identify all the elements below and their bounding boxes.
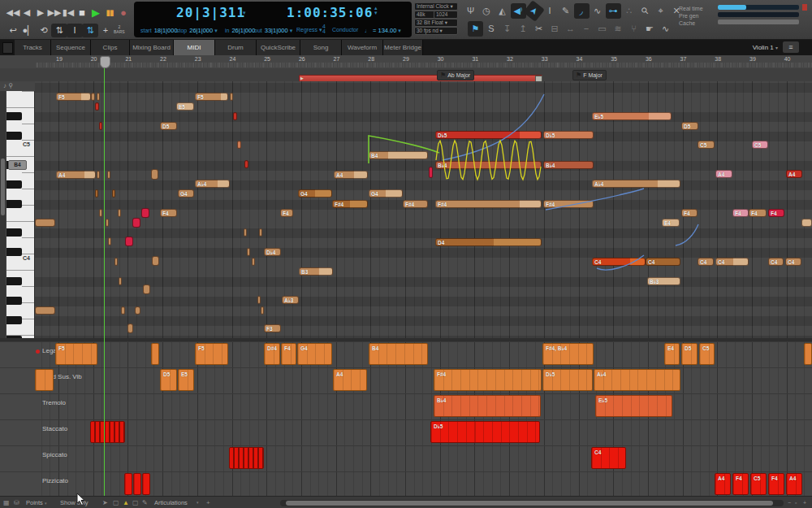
- articulation-block-E5[interactable]: E5: [178, 369, 194, 391]
- midi-note-A4[interactable]: A4: [56, 171, 96, 179]
- record-button[interactable]: ●: [115, 6, 132, 20]
- midi-note-F#4[interactable]: F#4: [543, 200, 594, 208]
- midi-note[interactable]: [152, 256, 159, 266]
- midi-note[interactable]: [35, 219, 55, 227]
- midi-note-F5[interactable]: F5: [56, 93, 91, 101]
- key-tool[interactable]: ⊶: [606, 3, 621, 19]
- midi-note[interactable]: [261, 306, 264, 315]
- tab-sequence[interactable]: Sequence: [51, 40, 91, 55]
- black-key[interactable]: [6, 112, 22, 120]
- ibeam-tool[interactable]: I: [542, 3, 558, 19]
- articulation-block-C5[interactable]: C5: [699, 343, 715, 365]
- articulation-block-D♭5[interactable]: D♭5: [542, 369, 593, 391]
- midi-note[interactable]: [230, 93, 233, 101]
- checkbox-icon[interactable]: ▢: [113, 497, 119, 508]
- hand-tool[interactable]: ☛: [642, 21, 658, 37]
- articulation-lanes[interactable]: LegatoF5F5D#4F4G4B4F#4, B♭4E4D5C5Sord Su…: [0, 338, 812, 499]
- menu-icon[interactable]: ≡: [783, 41, 799, 53]
- articulation-block[interactable]: [229, 447, 264, 469]
- bars-setting[interactable]: 2BARS: [114, 24, 125, 34]
- midi-note-C4[interactable]: C4: [698, 258, 714, 266]
- articulation-block-C4[interactable]: C4: [591, 447, 626, 469]
- midi-note[interactable]: [429, 167, 433, 178]
- selection-left-handle[interactable]: ▶: [300, 76, 304, 80]
- frame-rate-select[interactable]: 30 fps nd ▾: [414, 27, 458, 35]
- midi-note-E4[interactable]: E4: [662, 219, 680, 227]
- in-field[interactable]: in26|1|000: [225, 27, 255, 34]
- clock-source-select[interactable]: Internal Clock ▾: [414, 2, 458, 11]
- insert-up-icon[interactable]: ↥: [516, 21, 531, 37]
- trim-tool[interactable]: ⊟: [547, 21, 563, 37]
- midi-note-G4[interactable]: G4: [369, 189, 403, 198]
- midi-note[interactable]: [114, 258, 118, 266]
- midi-note[interactable]: [91, 93, 95, 101]
- midi-note[interactable]: [112, 189, 115, 198]
- midi-note-D♭4[interactable]: D♭4: [264, 248, 281, 256]
- sample-rate-select[interactable]: 48k: [414, 11, 435, 19]
- midi-note-F3[interactable]: F3: [264, 324, 281, 332]
- midi-note[interactable]: [141, 208, 149, 218]
- lfo-tool[interactable]: ∿: [658, 21, 673, 37]
- key-signature-marker[interactable]: ⚑F Major: [572, 70, 607, 80]
- zoom-reset-icon[interactable]: ▫: [795, 497, 797, 508]
- midi-note[interactable]: [125, 237, 133, 246]
- keyboard-mini-tools[interactable]: ♪ ⚲: [0, 81, 35, 91]
- tab-waveform[interactable]: Waveform: [342, 40, 383, 55]
- tab-list-icon[interactable]: [2, 42, 13, 54]
- clock-icon[interactable]: ◷: [479, 3, 495, 19]
- midi-note-F4[interactable]: F4: [160, 209, 177, 217]
- tab-mixing-board[interactable]: Mixing Board: [130, 40, 174, 55]
- nudge-tool[interactable]: ↔: [563, 21, 578, 37]
- midi-note-E♭5[interactable]: E♭5: [592, 112, 672, 120]
- midi-note-F4[interactable]: F4: [749, 209, 767, 217]
- tab-clips[interactable]: Clips: [91, 40, 130, 55]
- wave-tool[interactable]: ∿: [590, 3, 605, 19]
- midi-note-E5[interactable]: E5: [176, 102, 194, 111]
- add-lane-icon[interactable]: +: [206, 497, 210, 508]
- midi-note[interactable]: [244, 228, 247, 237]
- insert-mode-button[interactable]: I: [67, 24, 83, 37]
- midi-note[interactable]: [118, 209, 121, 217]
- midi-note[interactable]: [121, 306, 125, 315]
- conductor-label[interactable]: Conductor: [332, 27, 358, 33]
- midi-note-C4[interactable]: C4: [768, 258, 784, 266]
- articulation-block-E♭5[interactable]: E♭5: [595, 395, 672, 417]
- black-key[interactable]: [6, 180, 22, 189]
- midi-note-C4[interactable]: C4: [785, 258, 801, 266]
- scissors-tool[interactable]: ✂: [531, 21, 546, 37]
- tab-quickscribe[interactable]: QuickScribe: [257, 40, 300, 55]
- add-button[interactable]: +: [97, 24, 114, 37]
- midi-note-C4[interactable]: C4: [646, 258, 680, 266]
- articulation-block-C5[interactable]: C5: [750, 473, 767, 495]
- pointer-filter-icon[interactable]: ➤: [102, 497, 108, 508]
- midi-note[interactable]: [95, 189, 98, 198]
- note-icon[interactable]: ♪ ⚲: [3, 82, 13, 89]
- selected-key-tag[interactable]: B4: [8, 160, 27, 170]
- stretch-tool[interactable]: ≋: [611, 21, 626, 37]
- black-key[interactable]: [6, 200, 22, 208]
- articulation-block[interactable]: [35, 369, 54, 391]
- articulation-block-A4[interactable]: A4: [786, 473, 802, 495]
- articulation-block-F4[interactable]: F4: [732, 473, 749, 495]
- midi-note-D♭5[interactable]: D♭5: [435, 131, 542, 139]
- piano-keyboard[interactable]: C5C4B4: [6, 91, 35, 338]
- midi-note-A♭4[interactable]: A♭4: [195, 180, 230, 188]
- piano-roll-grid[interactable]: F5F5E5D5A4A♭4G4F4F4D♭4B3A♭3F3D♭5D♭5B4B♭4…: [0, 81, 812, 338]
- articulation-block-D5[interactable]: D5: [681, 343, 698, 365]
- midi-note[interactable]: [151, 169, 158, 180]
- points-menu[interactable]: Points ▾: [26, 497, 46, 508]
- articulation-block[interactable]: [124, 473, 132, 495]
- vertical-scrollbar-thumb[interactable]: [1, 158, 5, 215]
- black-key[interactable]: [6, 132, 22, 140]
- articulation-block-B♭4[interactable]: B♭4: [434, 395, 541, 417]
- articulation-block[interactable]: [151, 343, 159, 365]
- midi-note-G4[interactable]: G4: [178, 189, 194, 198]
- midi-note[interactable]: [244, 160, 248, 168]
- articulation-block[interactable]: [804, 343, 812, 365]
- midi-note-G4[interactable]: G4: [298, 189, 332, 198]
- undo-button[interactable]: ↩: [5, 24, 21, 37]
- articulation-block-F5[interactable]: F5: [55, 343, 97, 365]
- articulation-block-G4[interactable]: G4: [297, 343, 332, 365]
- midi-note[interactable]: [106, 219, 109, 227]
- midi-note[interactable]: [135, 306, 140, 315]
